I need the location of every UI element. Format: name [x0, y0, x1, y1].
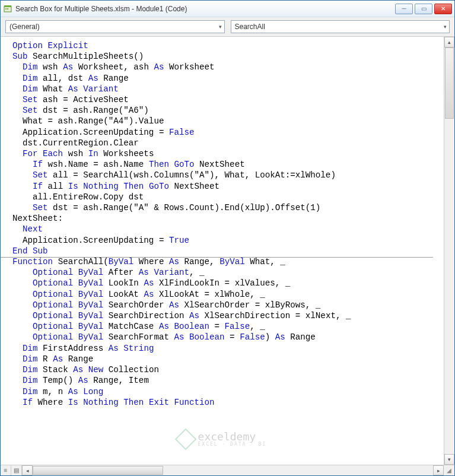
close-button[interactable]: ✕ — [434, 4, 452, 14]
svg-point-3 — [7, 8, 8, 9]
module-icon — [3, 4, 12, 14]
scroll-left-arrow-icon[interactable]: ◂ — [22, 465, 33, 475]
object-dropdown[interactable]: (General) ▾ — [5, 20, 225, 33]
scroll-thumb-h[interactable] — [33, 466, 163, 475]
window-controls: ─ ▭ ✕ — [395, 4, 452, 14]
maximize-button[interactable]: ▭ — [415, 4, 432, 14]
watermark-logo-icon — [174, 429, 196, 450]
chevron-down-icon: ▾ — [219, 24, 222, 30]
code-area: Option Explicit Sub SearchMultipleSheets… — [1, 37, 454, 465]
scroll-up-arrow-icon[interactable]: ▴ — [444, 37, 454, 47]
vba-editor-window: Search Box for Multiple Sheets.xlsm - Mo… — [0, 0, 455, 476]
scroll-right-arrow-icon[interactable]: ▸ — [433, 465, 444, 475]
resize-grip-icon[interactable]: ◢ — [444, 465, 454, 475]
watermark-subtext: EXCEL · DATA · BI — [198, 442, 267, 447]
procedure-separator — [1, 257, 433, 258]
procedure-view-button[interactable]: ≡ — [1, 465, 11, 475]
object-dropdown-value: (General) — [9, 23, 40, 31]
scroll-thumb[interactable] — [445, 47, 454, 119]
code-editor[interactable]: Option Explicit Sub SearchMultipleSheets… — [1, 37, 444, 465]
watermark-text: exceldemy — [198, 431, 267, 442]
vertical-scrollbar[interactable]: ▴ ▾ — [444, 37, 454, 465]
titlebar[interactable]: Search Box for Multiple Sheets.xlsm - Mo… — [1, 1, 454, 17]
scroll-down-arrow-icon[interactable]: ▾ — [444, 454, 454, 465]
horizontal-scrollbar[interactable]: ◂ ▸ — [22, 465, 444, 475]
bottom-bar: ≡ ▤ ◂ ▸ ◢ — [1, 465, 454, 475]
svg-rect-1 — [4, 5, 11, 7]
object-procedure-bar: (General) ▾ SearchAll ▾ — [1, 17, 454, 37]
procedure-dropdown-value: SearchAll — [235, 23, 265, 31]
minimize-button[interactable]: ─ — [395, 4, 413, 14]
procedure-dropdown[interactable]: SearchAll ▾ — [231, 20, 450, 33]
watermark: exceldemy EXCEL · DATA · BI — [178, 431, 267, 447]
full-module-view-button[interactable]: ▤ — [11, 465, 22, 475]
chevron-down-icon: ▾ — [444, 24, 447, 30]
window-title: Search Box for Multiple Sheets.xlsm - Mo… — [15, 5, 395, 13]
svg-point-2 — [5, 8, 7, 9]
